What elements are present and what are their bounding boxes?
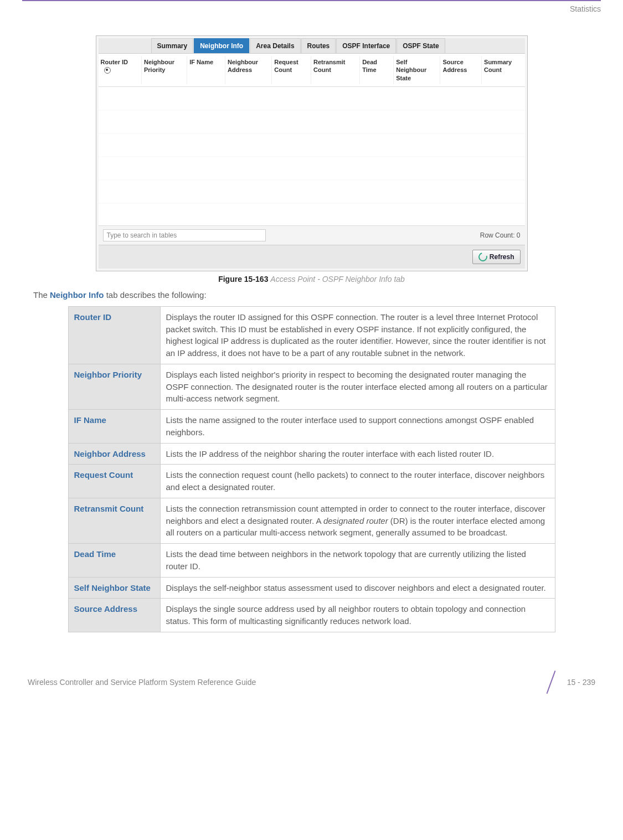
col-source-address[interactable]: Source Address [440,56,482,84]
tab-ospf-state[interactable]: OSPF State [397,38,445,53]
figure-label: Figure 15-163 [218,275,268,284]
table-row: Neighbor Address Lists the IP address of… [68,443,555,465]
table-row: Neighbor Priority Displays each listed n… [68,364,555,409]
col-neighbour-address[interactable]: Neighbour Address [225,56,272,84]
table-row: Router ID Displays the router ID assigne… [68,306,555,364]
table-row: Source Address Displays the single sourc… [68,599,555,632]
col-if-name[interactable]: IF Name [187,56,225,84]
row-desc: Displays each listed neighbor's priority… [160,364,555,409]
table-row: Request Count Lists the connection reque… [68,465,555,498]
row-desc: Lists the IP address of the neighbor sha… [160,443,555,465]
description-table: Router ID Displays the router ID assigne… [68,306,555,632]
refresh-icon [477,251,489,263]
figure-caption: Figure 15-163 Access Point - OSPF Neighb… [33,275,590,284]
table-row: Retransmit Count Lists the connection re… [68,498,555,543]
col-dead-time[interactable]: Dead Time [360,56,394,84]
figure-title: Access Point - OSPF Neighbor Info tab [270,275,405,284]
table-row: IF Name Lists the name assigned to the r… [68,410,555,444]
row-count: Row Count: 0 [480,231,521,239]
search-input[interactable]: Type to search in tables [103,229,266,241]
intro-bold: Neighbor Info [50,290,104,300]
col-router-id[interactable]: Router ID [99,56,142,84]
intro-suffix: tab describes the following: [104,290,207,300]
table-row: Dead Time Lists the dead time between ne… [68,544,555,578]
tab-ospf-interface[interactable]: OSPF Interface [336,38,396,53]
refresh-label: Refresh [490,253,514,261]
page-number-block: 15 - 239 [540,671,595,693]
col-self-neighbour-state[interactable]: Self Neighbour State [394,56,440,84]
row-desc: Displays the single source address used … [160,599,555,632]
grid-header: Router ID Neighbour Priority IF Name Nei… [99,54,525,87]
row-desc: Displays the router ID assigned for this… [160,306,555,364]
col-request-count[interactable]: Request Count [272,56,311,84]
action-bar: Refresh [99,245,525,269]
col-summary-count[interactable]: Summary Count [482,56,524,84]
row-label: Neighbor Priority [68,364,160,409]
row-label: Self Neighbor State [68,577,160,599]
row-label: Dead Time [68,544,160,578]
page-content: Summary Neighbor Info Area Details Route… [0,13,623,643]
sort-indicator-icon [104,67,111,74]
row-label: Retransmit Count [68,498,160,543]
table-row: Self Neighbor State Displays the self-ne… [68,577,555,599]
intro-text: The Neighbor Info tab describes the foll… [33,290,590,300]
page-footer: Wireless Controller and Service Platform… [0,643,623,704]
tab-spacer [99,38,151,53]
page-number: 15 - 239 [567,678,595,687]
col-neighbour-priority[interactable]: Neighbour Priority [142,56,187,84]
col-router-id-label: Router ID [101,59,128,65]
tabs-row: Summary Neighbor Info Area Details Route… [99,38,525,54]
row-label: Neighbor Address [68,443,160,465]
slash-icon [540,671,563,693]
tab-area-details[interactable]: Area Details [250,38,300,53]
section-header: Statistics [0,1,623,13]
row-desc: Lists the name assigned to the router in… [160,410,555,444]
tab-routes[interactable]: Routes [301,38,336,53]
intro-prefix: The [33,290,50,300]
ospf-neighbor-screenshot: Summary Neighbor Info Area Details Route… [96,35,528,271]
row-label: Request Count [68,465,160,498]
guide-title: Wireless Controller and Service Platform… [28,678,256,687]
row-desc: Lists the connection retransmission coun… [160,498,555,543]
row-count-value: 0 [517,231,521,239]
row-label: IF Name [68,410,160,444]
tab-neighbor-info[interactable]: Neighbor Info [194,38,249,53]
row-label: Router ID [68,306,160,364]
row-count-label: Row Count: [480,231,515,239]
row-label: Source Address [68,599,160,632]
grid-body [99,87,525,225]
refresh-button[interactable]: Refresh [472,250,521,264]
grid-footer: Type to search in tables Row Count: 0 [99,225,525,245]
tab-summary[interactable]: Summary [151,38,194,53]
row-desc: Lists the connection request count (hell… [160,465,555,498]
row-desc: Displays the self-neighbor status assess… [160,577,555,599]
col-retransmit-count[interactable]: Retransmit Count [311,56,360,84]
row-desc: Lists the dead time between neighbors in… [160,544,555,578]
